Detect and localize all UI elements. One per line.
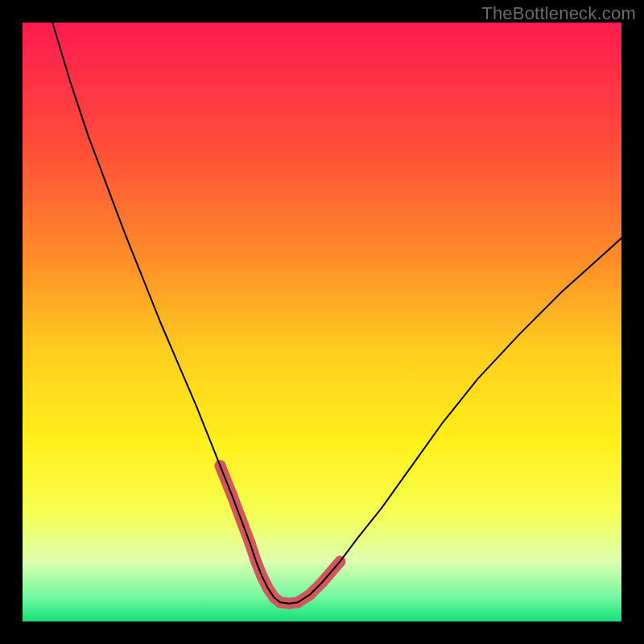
- chart-svg: [23, 23, 621, 621]
- chart-frame: TheBottleneck.com: [0, 0, 644, 644]
- watermark-text: TheBottleneck.com: [481, 3, 636, 24]
- plot-area: [23, 23, 621, 621]
